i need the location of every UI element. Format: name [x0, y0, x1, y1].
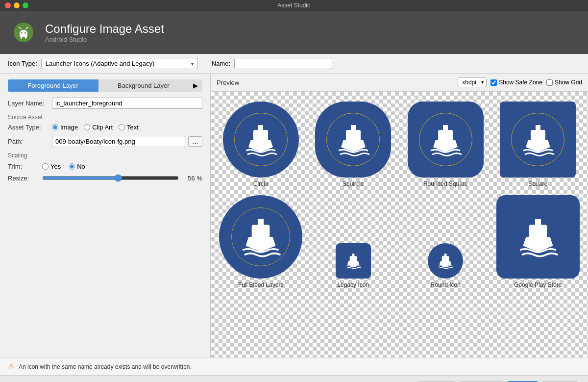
svg-rect-19 — [442, 256, 449, 261]
main-content: Foreground Layer Background Layer ▶ Laye… — [0, 74, 588, 357]
preview-header: Preview xhdpi ▼ Show Safe Zone Show Grid — [211, 74, 588, 92]
path-label: Path: — [8, 138, 52, 145]
round-cell: Round Icon — [399, 191, 492, 292]
icon-type-select[interactable]: Launcher Icons (Adaptive and Legacy) — [41, 58, 198, 69]
source-asset-section: Source Asset Asset Type: Image Clip Art — [8, 114, 202, 147]
full-bleed-cell: Full Bleed Layers — [215, 191, 307, 292]
legacy-icon — [336, 243, 371, 279]
clipart-radio[interactable] — [84, 124, 90, 130]
svg-rect-22 — [535, 219, 541, 226]
layer-name-row: Layer Name: — [8, 98, 202, 109]
svg-rect-2 — [25, 36, 26, 39]
name-label: Name: — [212, 60, 230, 67]
rounded-square-label: Rounded Square — [423, 180, 468, 187]
rounded-icon-wrapper — [408, 102, 484, 178]
asset-type-row: Asset Type: Image Clip Art Text — [8, 124, 202, 131]
svg-point-3 — [21, 32, 23, 34]
trim-no-label: No — [77, 163, 85, 170]
svg-rect-18 — [352, 254, 354, 256]
text-label: Text — [127, 124, 139, 131]
legacy-icon-wrapper — [336, 243, 371, 279]
google-play-label: Google Play Store — [514, 281, 562, 288]
resize-value: 56 % — [183, 175, 202, 182]
trim-no-radio[interactable] — [69, 163, 75, 170]
footer: ? Cancel Previous Next Finish — [0, 375, 588, 382]
trim-label: Trim: — [8, 163, 42, 170]
warning-icon: ⚠ — [8, 362, 15, 371]
square-cell: Square — [492, 96, 585, 191]
legacy-label: Legacy Icon — [337, 281, 369, 288]
ship-svg-googleplay — [511, 212, 565, 261]
svg-rect-20 — [444, 254, 447, 256]
show-grid-option[interactable]: Show Grid — [546, 79, 582, 86]
warning-bar: ⚠ An icon with the same name already exi… — [0, 357, 588, 375]
squircle-icon-wrapper — [315, 102, 391, 178]
clipart-option[interactable]: Clip Art — [84, 124, 113, 131]
play-button[interactable]: ▶ — [189, 79, 202, 92]
square-label: Square — [528, 180, 547, 187]
icon-type-select-wrapper: Launcher Icons (Adaptive and Legacy) ▼ — [41, 58, 198, 69]
maximize-button[interactable] — [23, 2, 28, 8]
android-logo — [10, 19, 37, 46]
show-safe-zone-checkbox[interactable] — [490, 79, 497, 86]
safe-zone-squircle — [326, 113, 380, 166]
google-play-icon — [496, 195, 580, 279]
ship-svg-legacy — [343, 251, 364, 271]
layer-name-input[interactable] — [52, 98, 202, 109]
trim-yes-option[interactable]: Yes — [42, 163, 61, 170]
resize-slider[interactable] — [42, 174, 179, 182]
browse-button[interactable]: ... — [188, 136, 202, 147]
trim-no-option[interactable]: No — [69, 163, 85, 170]
name-input[interactable]: ic_launcher — [234, 58, 332, 69]
path-input[interactable] — [52, 136, 185, 147]
scaling-section: Scaling Trim: Yes No Resize: — [8, 152, 202, 182]
round-icon-wrapper — [428, 243, 463, 279]
safe-zone-circle — [234, 113, 288, 166]
trim-options: Yes No — [42, 163, 85, 170]
window-title: Asset Studio — [277, 2, 310, 9]
left-panel: Foreground Layer Background Layer ▶ Laye… — [0, 74, 211, 357]
squircle-label: Squircle — [343, 180, 364, 187]
minimize-button[interactable] — [14, 2, 20, 8]
foreground-layer-tab[interactable]: Foreground Layer — [8, 79, 98, 92]
safe-zone-rounded — [419, 113, 472, 166]
svg-point-4 — [24, 32, 26, 34]
layer-name-label: Layer Name: — [8, 100, 52, 107]
squircle-cell: Squircle — [307, 96, 400, 191]
image-radio[interactable] — [52, 124, 58, 130]
header-title: Configure Image Asset — [45, 22, 164, 36]
google-play-cell: Google Play Store — [492, 191, 585, 292]
dpi-select[interactable]: xhdpi — [458, 77, 487, 87]
resize-row: Resize: 56 % — [8, 174, 202, 182]
safe-zone-fullbleed — [231, 207, 290, 266]
window-controls — [5, 2, 28, 8]
full-bleed-label: Full Bleed Layers — [238, 281, 284, 288]
full-bleed-wrapper — [219, 195, 302, 279]
layer-tabs: Foreground Layer Background Layer ▶ — [8, 79, 202, 92]
clipart-label: Clip Art — [92, 124, 113, 131]
trim-row: Trim: Yes No — [8, 163, 202, 170]
show-safe-zone-option[interactable]: Show Safe Zone — [490, 79, 542, 86]
text-radio[interactable] — [119, 124, 125, 130]
resize-slider-wrapper: 56 % — [42, 174, 202, 182]
svg-rect-1 — [21, 36, 22, 39]
source-asset-label: Source Asset — [8, 114, 202, 121]
text-option[interactable]: Text — [119, 124, 139, 131]
image-option[interactable]: Image — [52, 124, 78, 131]
close-button[interactable] — [5, 2, 11, 8]
scaling-label: Scaling — [8, 152, 202, 159]
header: Configure Image Asset Android Studio — [0, 11, 588, 54]
preview-grid: Circle Squircle — [211, 92, 588, 357]
icon-grid: Circle Squircle — [215, 96, 584, 292]
show-safe-zone-label: Show Safe Zone — [499, 79, 542, 86]
safe-zone-square — [511, 113, 564, 166]
round-label: Round Icon — [431, 281, 461, 288]
trim-yes-radio[interactable] — [42, 163, 49, 170]
svg-rect-17 — [349, 256, 357, 261]
ship-svg-round — [435, 251, 456, 271]
background-layer-tab[interactable]: Background Layer — [98, 79, 189, 92]
show-grid-checkbox[interactable] — [546, 79, 553, 86]
path-input-row: ... — [52, 136, 202, 147]
right-panel: Preview xhdpi ▼ Show Safe Zone Show Grid — [211, 74, 588, 357]
title-bar: Asset Studio — [0, 0, 588, 11]
